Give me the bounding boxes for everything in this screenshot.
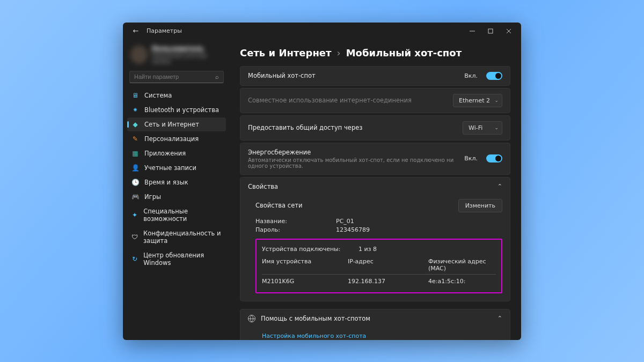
nav-icon: ⁕ xyxy=(131,106,139,114)
breadcrumb-sep: › xyxy=(336,47,340,58)
devices-highlight: Устройства подключены: 1 из 8 Имя устрой… xyxy=(255,239,502,293)
search-input[interactable] xyxy=(134,73,215,80)
help-header[interactable]: Помощь с мобильным хот-спотом ⌃ xyxy=(240,309,510,328)
nav-label: Приложения xyxy=(144,150,186,157)
col-mac: Физический адрес (MAC) xyxy=(428,258,496,272)
sidebar-item-5[interactable]: 👤Учетные записи xyxy=(127,161,226,175)
col-device-name: Имя устройства xyxy=(262,258,348,272)
pass-value: 123456789 xyxy=(336,226,370,233)
nav-icon: ▦ xyxy=(131,150,139,157)
nav-label: Время и язык xyxy=(144,179,188,186)
power-sub: Автоматически отключать мобильный хот-сп… xyxy=(248,157,458,169)
sidebar-item-7[interactable]: 🎮Игры xyxy=(127,190,226,204)
titlebar: ← Параметры xyxy=(123,23,521,40)
main-pane: Сеть и Интернет › Мобильный хот-спот Моб… xyxy=(230,40,521,340)
connected-key: Устройства подключены: xyxy=(262,246,342,253)
hotspot-label: Мобильный хот-спот xyxy=(248,72,458,79)
breadcrumb: Сеть и Интернет › Мобильный хот-спот xyxy=(240,47,510,58)
nav-icon: ◆ xyxy=(131,121,139,128)
maximize-button[interactable] xyxy=(481,24,500,39)
chevron-up-icon: ⌃ xyxy=(497,315,502,322)
nav-icon: 👤 xyxy=(131,164,139,172)
sidebar-item-9[interactable]: 🛡Конфиденциальность и защита xyxy=(127,226,226,248)
power-label: Энергосбережение xyxy=(248,149,458,156)
row-help: Помощь с мобильным хот-спотом ⌃ Настройк… xyxy=(240,309,510,340)
nav-label: Сеть и Интернет xyxy=(144,121,199,128)
pass-key: Пароль: xyxy=(255,226,314,233)
app-title: Параметры xyxy=(147,27,182,34)
nav-label: Центр обновления Windows xyxy=(143,252,222,267)
nav-label: Bluetooth и устройства xyxy=(144,106,219,114)
properties-header[interactable]: Свойства ⌃ xyxy=(240,178,510,196)
hotspot-toggle[interactable] xyxy=(486,72,502,80)
name-key: Название: xyxy=(255,218,314,225)
globe-icon xyxy=(248,315,255,322)
power-state: Вкл. xyxy=(464,155,478,162)
sidebar-item-3[interactable]: ✎Персонализация xyxy=(127,132,226,146)
sidebar-item-8[interactable]: ✦Специальные возможности xyxy=(127,204,226,226)
chevron-down-icon: ⌄ xyxy=(494,98,499,103)
sidebar-item-2[interactable]: ◆Сеть и Интернет xyxy=(127,117,226,131)
help-title: Помощь с мобильным хот-спотом xyxy=(261,315,492,322)
nav-icon: 🛡 xyxy=(131,233,138,241)
nav-label: Учетные записи xyxy=(144,164,196,172)
profile-sub: Локальная учетная запись xyxy=(152,53,223,64)
col-ip: IP-адрес xyxy=(348,258,428,272)
row-hotspot[interactable]: Мобильный хот-спот Вкл. xyxy=(240,66,510,86)
over-label: Предоставить общий доступ через xyxy=(248,124,456,131)
row-power-saving[interactable]: Энергосбережение Автоматически отключать… xyxy=(240,143,510,175)
properties-label: Свойства xyxy=(248,183,497,190)
sidebar-item-0[interactable]: 🖥Система xyxy=(127,88,226,102)
profile-name: Пользователь xyxy=(152,45,223,53)
sidebar-item-4[interactable]: ▦Приложения xyxy=(127,146,226,160)
nav-icon: 🖥 xyxy=(131,92,139,99)
settings-window: ← Параметры Пользователь Локальная учетн… xyxy=(123,23,521,340)
sidebar-item-1[interactable]: ⁕Bluetooth и устройства xyxy=(127,103,226,117)
profile-block[interactable]: Пользователь Локальная учетная запись xyxy=(127,43,226,71)
chevron-down-icon: ⌄ xyxy=(494,125,499,130)
over-value: Wi-Fi xyxy=(469,124,482,131)
breadcrumb-current: Мобильный хот-спот xyxy=(346,47,462,58)
sidebar-item-6[interactable]: 🕒Время и язык xyxy=(127,175,226,189)
nav-list: 🖥Система⁕Bluetooth и устройства◆Сеть и И… xyxy=(127,88,226,270)
row-share-over: Предоставить общий доступ через Wi-Fi ⌄ xyxy=(240,115,510,141)
power-toggle[interactable] xyxy=(486,154,502,162)
dev-ip: 192.168.137 xyxy=(348,278,428,285)
back-button[interactable]: ← xyxy=(129,27,142,35)
hotspot-state: Вкл. xyxy=(464,72,478,79)
nav-label: Система xyxy=(144,92,172,99)
sidebar-item-10[interactable]: ↻Центр обновления Windows xyxy=(127,248,226,270)
close-button[interactable] xyxy=(500,24,518,39)
share-value: Ethernet 2 xyxy=(459,97,490,104)
row-properties: Свойства ⌃ Свойства сети Изменить Назван… xyxy=(240,177,510,301)
nav-icon: ✦ xyxy=(131,211,138,219)
sidebar: Пользователь Локальная учетная запись ⌕ … xyxy=(123,40,230,340)
nav-label: Специальные возможности xyxy=(143,208,222,223)
chevron-up-icon: ⌃ xyxy=(497,183,502,190)
dev-mac: 4e:a1:5c:10: xyxy=(428,278,496,285)
net-props-title: Свойства сети xyxy=(255,202,458,209)
dev-name: M2101K6G xyxy=(262,278,348,285)
share-dropdown[interactable]: Ethernet 2 ⌄ xyxy=(453,94,502,107)
nav-label: Игры xyxy=(144,193,161,201)
help-link[interactable]: Настройка мобильного хот-спота xyxy=(262,333,366,339)
over-dropdown[interactable]: Wi-Fi ⌄ xyxy=(463,121,502,135)
nav-label: Персонализация xyxy=(144,135,199,143)
svg-rect-1 xyxy=(488,29,493,33)
search-icon: ⌕ xyxy=(215,73,219,80)
share-label: Совместное использование интернет-соедин… xyxy=(248,97,447,104)
breadcrumb-parent[interactable]: Сеть и Интернет xyxy=(240,47,331,58)
device-row: M2101K6G192.168.1374e:a1:5c:10: xyxy=(262,275,496,288)
name-value: PC_01 xyxy=(336,218,354,225)
devices-table: Имя устройства IP-адрес Физический адрес… xyxy=(262,256,496,288)
nav-icon: 🎮 xyxy=(131,193,139,201)
minimize-button[interactable] xyxy=(463,24,481,39)
nav-icon: 🕒 xyxy=(131,179,139,186)
edit-button[interactable]: Изменить xyxy=(458,199,502,212)
avatar xyxy=(130,46,148,64)
search-box[interactable]: ⌕ xyxy=(129,71,224,83)
nav-icon: ↻ xyxy=(131,255,138,263)
nav-label: Конфиденциальность и защита xyxy=(143,230,222,245)
connected-value: 1 из 8 xyxy=(358,246,377,253)
row-share-connection: Совместное использование интернет-соедин… xyxy=(240,88,510,113)
